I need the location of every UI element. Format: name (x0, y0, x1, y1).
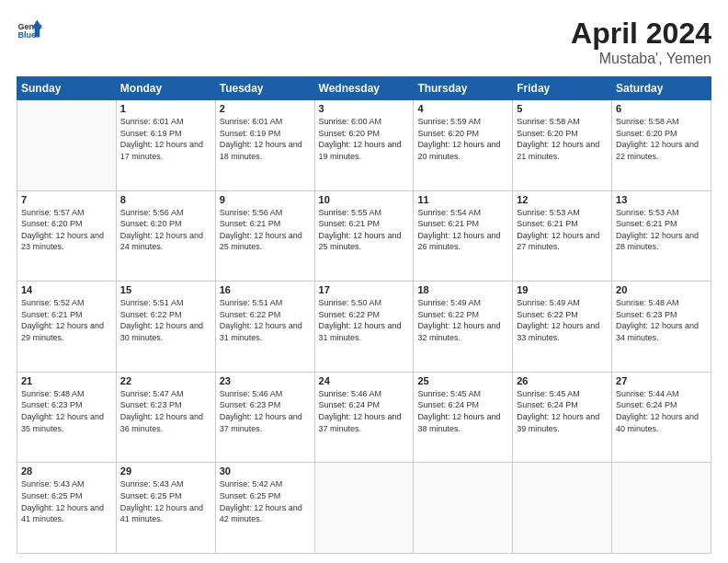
day-number: 27 (616, 375, 707, 386)
calendar-title: April 2024 (571, 17, 711, 51)
day-info: Sunrise: 5:50 AMSunset: 6:22 PMDaylight:… (319, 297, 410, 343)
day-number: 17 (319, 284, 410, 295)
day-info: Sunrise: 5:52 AMSunset: 6:21 PMDaylight:… (21, 297, 112, 343)
day-info: Sunrise: 5:54 AMSunset: 6:21 PMDaylight:… (417, 207, 508, 253)
calendar-cell (612, 463, 711, 554)
calendar-cell: 3Sunrise: 6:00 AMSunset: 6:20 PMDaylight… (314, 100, 414, 191)
calendar-cell: 26Sunrise: 5:45 AMSunset: 6:24 PMDayligh… (513, 372, 612, 463)
day-number: 6 (616, 103, 707, 114)
calendar-cell: 5Sunrise: 5:58 AMSunset: 6:20 PMDaylight… (513, 100, 612, 191)
calendar-cell (414, 463, 513, 554)
calendar-cell: 20Sunrise: 5:48 AMSunset: 6:23 PMDayligh… (612, 282, 711, 373)
day-info: Sunrise: 5:45 AMSunset: 6:24 PMDaylight:… (417, 388, 508, 434)
day-number: 7 (21, 194, 112, 205)
day-number: 3 (319, 103, 410, 114)
weekday-header-tuesday: Tuesday (215, 77, 314, 100)
day-info: Sunrise: 5:43 AMSunset: 6:25 PMDaylight:… (21, 478, 112, 524)
calendar-table: SundayMondayTuesdayWednesdayThursdayFrid… (17, 76, 711, 554)
calendar-cell: 18Sunrise: 5:49 AMSunset: 6:22 PMDayligh… (414, 282, 513, 373)
day-info: Sunrise: 5:58 AMSunset: 6:20 PMDaylight:… (616, 116, 707, 162)
day-info: Sunrise: 5:51 AMSunset: 6:22 PMDaylight:… (220, 297, 311, 343)
day-info: Sunrise: 5:44 AMSunset: 6:24 PMDaylight:… (616, 388, 707, 434)
weekday-header-saturday: Saturday (612, 77, 711, 100)
day-info: Sunrise: 6:01 AMSunset: 6:19 PMDaylight:… (120, 116, 211, 162)
day-number: 5 (517, 103, 608, 114)
calendar-cell: 27Sunrise: 5:44 AMSunset: 6:24 PMDayligh… (612, 372, 711, 463)
day-number: 9 (220, 194, 311, 205)
day-info: Sunrise: 5:49 AMSunset: 6:22 PMDaylight:… (417, 297, 508, 343)
header: General Blue April 2024 Mustaba', Yemen (17, 17, 711, 67)
weekday-header-sunday: Sunday (17, 77, 117, 100)
calendar-cell: 9Sunrise: 5:56 AMSunset: 6:21 PMDaylight… (215, 190, 314, 282)
day-info: Sunrise: 5:57 AMSunset: 6:20 PMDaylight:… (21, 207, 112, 253)
calendar-cell: 29Sunrise: 5:43 AMSunset: 6:25 PMDayligh… (116, 463, 215, 554)
calendar-cell: 7Sunrise: 5:57 AMSunset: 6:20 PMDaylight… (17, 190, 117, 282)
day-number: 2 (220, 103, 311, 114)
calendar-cell: 13Sunrise: 5:53 AMSunset: 6:21 PMDayligh… (612, 190, 711, 282)
day-info: Sunrise: 6:01 AMSunset: 6:19 PMDaylight:… (220, 116, 311, 162)
day-info: Sunrise: 5:49 AMSunset: 6:22 PMDaylight:… (517, 297, 608, 343)
day-info: Sunrise: 6:00 AMSunset: 6:20 PMDaylight:… (319, 116, 410, 162)
day-info: Sunrise: 5:45 AMSunset: 6:24 PMDaylight:… (517, 388, 608, 434)
day-number: 22 (120, 375, 211, 386)
day-number: 26 (517, 375, 608, 386)
day-number: 25 (417, 375, 508, 386)
calendar-cell: 4Sunrise: 5:59 AMSunset: 6:20 PMDaylight… (414, 100, 513, 191)
day-info: Sunrise: 5:53 AMSunset: 6:21 PMDaylight:… (616, 207, 707, 253)
day-info: Sunrise: 5:56 AMSunset: 6:21 PMDaylight:… (220, 207, 311, 253)
day-number: 11 (417, 194, 508, 205)
day-info: Sunrise: 5:48 AMSunset: 6:23 PMDaylight:… (616, 297, 707, 343)
calendar-cell: 11Sunrise: 5:54 AMSunset: 6:21 PMDayligh… (414, 190, 513, 282)
calendar-location: Mustaba', Yemen (571, 51, 711, 67)
page: General Blue April 2024 Mustaba', Yemen … (0, 0, 728, 563)
day-info: Sunrise: 5:42 AMSunset: 6:25 PMDaylight:… (220, 478, 311, 524)
svg-text:Blue: Blue (17, 30, 36, 40)
calendar-cell: 6Sunrise: 5:58 AMSunset: 6:20 PMDaylight… (612, 100, 711, 191)
calendar-cell: 12Sunrise: 5:53 AMSunset: 6:21 PMDayligh… (513, 190, 612, 282)
day-number: 16 (220, 284, 311, 295)
day-info: Sunrise: 5:46 AMSunset: 6:24 PMDaylight:… (319, 388, 410, 434)
day-number: 12 (517, 194, 608, 205)
calendar-cell (513, 463, 612, 554)
calendar-cell: 28Sunrise: 5:43 AMSunset: 6:25 PMDayligh… (17, 463, 117, 554)
day-info: Sunrise: 5:59 AMSunset: 6:20 PMDaylight:… (417, 116, 508, 162)
calendar-cell: 1Sunrise: 6:01 AMSunset: 6:19 PMDaylight… (116, 100, 215, 191)
day-number: 10 (319, 194, 410, 205)
day-number: 23 (220, 375, 311, 386)
day-info: Sunrise: 5:47 AMSunset: 6:23 PMDaylight:… (120, 388, 211, 434)
calendar-cell: 16Sunrise: 5:51 AMSunset: 6:22 PMDayligh… (215, 282, 314, 373)
title-block: April 2024 Mustaba', Yemen (571, 17, 711, 67)
day-number: 28 (21, 465, 112, 477)
day-number: 19 (517, 284, 608, 295)
day-number: 24 (319, 375, 410, 386)
weekday-header-row: SundayMondayTuesdayWednesdayThursdayFrid… (17, 77, 711, 100)
weekday-header-thursday: Thursday (414, 77, 513, 100)
logo-icon: General Blue (17, 17, 42, 42)
day-number: 4 (417, 103, 508, 114)
calendar-cell: 24Sunrise: 5:46 AMSunset: 6:24 PMDayligh… (314, 372, 414, 463)
day-number: 20 (616, 284, 707, 295)
calendar-cell (314, 463, 414, 554)
calendar-cell: 21Sunrise: 5:48 AMSunset: 6:23 PMDayligh… (17, 372, 117, 463)
day-number: 13 (616, 194, 707, 205)
calendar-cell (17, 100, 117, 191)
day-info: Sunrise: 5:58 AMSunset: 6:20 PMDaylight:… (517, 116, 608, 162)
day-number: 8 (120, 194, 211, 205)
day-info: Sunrise: 5:55 AMSunset: 6:21 PMDaylight:… (319, 207, 410, 253)
calendar-cell: 15Sunrise: 5:51 AMSunset: 6:22 PMDayligh… (116, 282, 215, 373)
week-row-2: 7Sunrise: 5:57 AMSunset: 6:20 PMDaylight… (17, 190, 711, 282)
day-number: 1 (120, 103, 211, 114)
calendar-cell: 25Sunrise: 5:45 AMSunset: 6:24 PMDayligh… (414, 372, 513, 463)
day-number: 18 (417, 284, 508, 295)
calendar-cell: 22Sunrise: 5:47 AMSunset: 6:23 PMDayligh… (116, 372, 215, 463)
day-number: 14 (21, 284, 112, 295)
calendar-cell: 17Sunrise: 5:50 AMSunset: 6:22 PMDayligh… (314, 282, 414, 373)
calendar-cell: 10Sunrise: 5:55 AMSunset: 6:21 PMDayligh… (314, 190, 414, 282)
day-info: Sunrise: 5:46 AMSunset: 6:23 PMDaylight:… (220, 388, 311, 434)
calendar-cell: 8Sunrise: 5:56 AMSunset: 6:20 PMDaylight… (116, 190, 215, 282)
day-number: 29 (120, 465, 211, 477)
day-number: 15 (120, 284, 211, 295)
day-info: Sunrise: 5:56 AMSunset: 6:20 PMDaylight:… (120, 207, 211, 253)
logo: General Blue (17, 17, 42, 42)
calendar-cell: 19Sunrise: 5:49 AMSunset: 6:22 PMDayligh… (513, 282, 612, 373)
